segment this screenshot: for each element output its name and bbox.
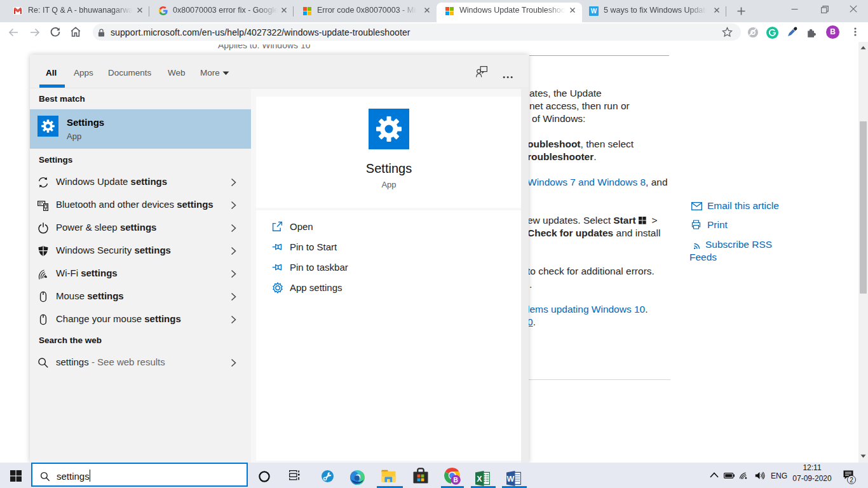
svg-text:W: W [591,8,597,15]
svg-text:W: W [507,475,515,484]
svg-text:B: B [454,477,458,484]
svg-text:X: X [477,475,482,484]
